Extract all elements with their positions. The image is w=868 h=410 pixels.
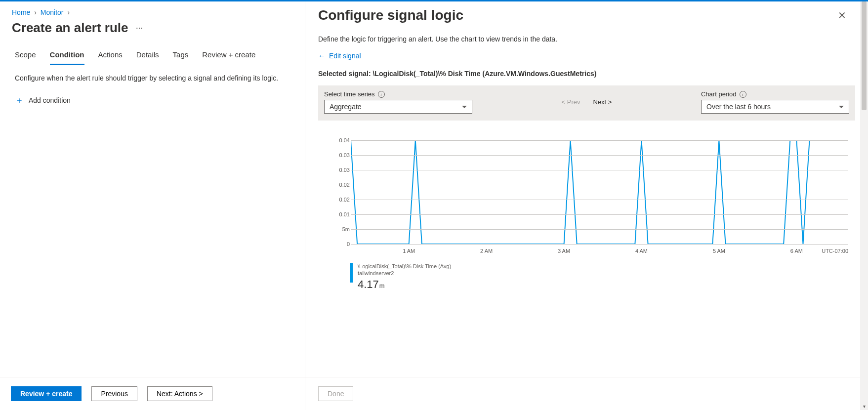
next-actions-button[interactable]: Next: Actions >	[147, 386, 212, 401]
legend-series: \LogicalDisk(_Total)\% Disk Time (Avg)	[358, 263, 451, 270]
chart-x-tick: 6 AM	[790, 248, 803, 254]
help-text: Configure when the alert rule should tri…	[15, 74, 290, 82]
selected-signal-label: Selected signal:	[318, 70, 371, 78]
done-button[interactable]: Done	[318, 386, 353, 401]
info-icon[interactable]: i	[378, 91, 385, 98]
chart-timezone: UTC-07:00	[822, 248, 848, 254]
tab-condition[interactable]: Condition	[50, 50, 84, 65]
chart-y-tick: 0.02	[332, 197, 350, 203]
tab-tags[interactable]: Tags	[173, 50, 189, 65]
right-pane: Configure signal logic ✕ Define the logi…	[305, 1, 868, 410]
chart-y-tick: 5m	[332, 226, 350, 232]
chart-x-tick: 1 AM	[403, 248, 415, 254]
breadcrumb-home[interactable]: Home	[12, 8, 30, 16]
selected-signal-value: \LogicalDisk(_Total)\% Disk Time (Azure.…	[372, 70, 596, 78]
plus-icon: ＋	[15, 96, 24, 105]
selected-signal: Selected signal: \LogicalDisk(_Total)\% …	[305, 65, 868, 85]
tab-details[interactable]: Details	[136, 50, 159, 65]
right-footer: Done	[305, 377, 868, 410]
chart-period-label: Chart period i	[701, 90, 849, 98]
time-series-select[interactable]: Aggregate	[324, 100, 472, 114]
chart-x-tick: 4 AM	[635, 248, 648, 254]
previous-button[interactable]: Previous	[91, 386, 137, 401]
scroll-down-icon[interactable]: ▾	[860, 402, 868, 410]
breadcrumb-monitor[interactable]: Monitor	[41, 8, 64, 16]
tab-actions[interactable]: Actions	[98, 50, 123, 65]
time-series-label: Select time series i	[324, 90, 472, 98]
chart-legend: \LogicalDisk(_Total)\% Disk Time (Avg) t…	[350, 263, 848, 291]
chart-y-tick: 0	[332, 241, 350, 247]
tab-review[interactable]: Review + create	[202, 50, 255, 65]
chart-y-tick: 0.01	[332, 211, 350, 217]
panel-subtitle: Define the logic for triggering an alert…	[305, 25, 868, 47]
more-actions-icon[interactable]: ···	[134, 22, 145, 34]
edit-signal-label: Edit signal	[329, 52, 361, 60]
left-pane: Home › Monitor › Create an alert rule ··…	[0, 1, 305, 410]
legend-swatch	[350, 263, 353, 283]
edit-signal-link[interactable]: ← Edit signal	[305, 47, 374, 65]
chart-x-tick: 3 AM	[558, 248, 570, 254]
close-icon[interactable]: ✕	[834, 7, 850, 23]
chevron-right-icon: ›	[67, 8, 70, 16]
chevron-right-icon: ›	[34, 8, 37, 16]
panel-title: Configure signal logic	[318, 7, 463, 23]
tab-scope[interactable]: Scope	[15, 50, 36, 65]
info-icon[interactable]: i	[740, 91, 746, 98]
chart-y-tick: 0.03	[332, 167, 350, 173]
chart: 05m0.010.020.020.030.030.04 UTC-07:00 1 …	[333, 140, 848, 258]
pager: < Prev Next >	[480, 98, 693, 106]
filter-bar: Select time series i Aggregate < Prev Ne…	[318, 85, 855, 121]
legend-value: 4.17 m	[358, 278, 451, 291]
time-series-value: Aggregate	[330, 103, 362, 111]
chart-y-tick: 0.04	[332, 137, 350, 143]
chart-period-select[interactable]: Over the last 6 hours	[701, 100, 849, 114]
pager-next[interactable]: Next >	[593, 98, 612, 106]
pager-prev[interactable]: < Prev	[562, 98, 580, 106]
page-title: Create an alert rule	[12, 20, 128, 36]
chart-period-value: Over the last 6 hours	[706, 103, 771, 111]
scrollbar[interactable]: ▾	[860, 1, 868, 410]
chart-y-tick: 0.03	[332, 152, 350, 158]
chart-y-tick: 0.02	[332, 182, 350, 188]
chart-x-tick: 2 AM	[480, 248, 493, 254]
add-condition-button[interactable]: ＋ Add condition	[15, 96, 71, 105]
chart-x-tick: 5 AM	[713, 248, 725, 254]
arrow-left-icon: ←	[318, 52, 325, 60]
next-button-label: Next: Actions >	[157, 390, 203, 398]
legend-resource: tailwindserver2	[358, 270, 451, 277]
tab-bar: Scope Condition Actions Details Tags Rev…	[0, 44, 305, 65]
review-create-button[interactable]: Review + create	[11, 386, 82, 401]
scrollbar-thumb[interactable]	[862, 1, 867, 110]
add-condition-label: Add condition	[29, 96, 71, 104]
left-footer: Review + create Previous Next: Actions >	[0, 377, 305, 410]
breadcrumb: Home › Monitor ›	[0, 1, 305, 18]
